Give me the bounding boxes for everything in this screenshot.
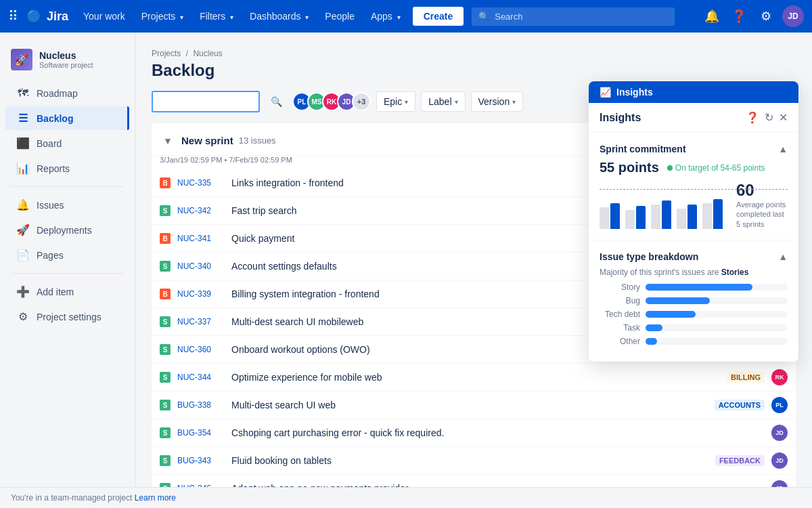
issue-key: NUC-340 [177,261,225,271]
version-filter[interactable]: Version ▾ [471,91,524,112]
insights-tab-icon: 📈 [600,87,611,98]
sprint-points: 55 points [600,160,659,175]
sidebar-item-label: Pages [37,250,64,261]
learn-more-link[interactable]: Learn more [135,493,176,503]
issue-summary: Cshoping cart purchasing error - quick f… [231,427,765,438]
search-bar[interactable]: 🔍 Search [472,7,675,26]
sidebar-divider-2 [11,273,124,274]
breakdown-bar-bg [646,324,788,331]
sidebar-divider [11,186,124,187]
chart-bar-5 [651,205,660,229]
issue-avatar: JD [771,452,788,469]
story-icon: S [160,427,171,438]
projects-nav[interactable]: Projects ▾ [135,7,190,26]
logo-text: Jira [47,9,68,24]
assignee-filter[interactable]: PL MS RK JD +3 [292,92,371,111]
insights-help-icon[interactable]: ❓ [746,111,759,124]
insights-tab-label: Insights [616,87,653,98]
issue-row[interactable]: SBUG-338Multi-dest search UI webACCOUNTS… [152,391,796,419]
insights-title: Insights [600,112,641,124]
breakdown-collapse[interactable]: ▲ [778,251,788,262]
backlog-search-input[interactable] [152,91,260,112]
chart-bar-8 [687,205,697,229]
issues-icon: 🔔 [16,198,30,211]
chart-bar-9 [702,203,712,229]
breakdown-bar-bg [646,284,788,291]
insights-close-icon[interactable]: ✕ [779,111,788,124]
label-filter[interactable]: Label ▾ [421,91,465,112]
issue-breakdown-card: Issue type breakdown ▲ Majority of this … [589,240,798,362]
avatar[interactable]: JD [782,5,804,27]
story-icon: S [160,372,171,383]
sprint-issue-count: 13 issues [239,135,276,146]
breakdown-row: Bug [600,296,788,305]
on-target-indicator: On target of 54-65 points [667,163,765,173]
chart-label: 60 Average pointscompleted last 5 sprint… [736,181,788,229]
story-icon: S [160,316,171,327]
issue-key: NUC-341 [177,234,225,243]
sidebar-item-pages[interactable]: 📄 Pages [5,243,129,267]
sidebar-item-board[interactable]: ⬛ Board [5,131,129,155]
issue-label: FEEDBACK [715,455,765,466]
people-nav[interactable]: People [318,7,361,26]
breadcrumb-nucleus[interactable]: Nucleus [193,49,222,58]
issue-row[interactable]: SBUG-354Cshoping cart purchasing error -… [152,419,796,447]
breadcrumb: Projects / Nucleus [152,49,796,58]
apps-grid-icon[interactable]: ⠿ [8,8,18,24]
breakdown-bar [646,311,696,318]
project-header: 🚀 Nucleus Software project [0,43,135,81]
apps-nav[interactable]: Apps ▾ [364,7,407,26]
notifications-icon[interactable]: 🔔 [701,5,723,27]
breakdown-label: Task [600,323,640,333]
sidebar-item-roadmap[interactable]: 🗺 Roadmap [5,82,129,105]
settings-icon[interactable]: ⚙ [755,5,777,27]
epic-filter[interactable]: Epic ▾ [376,91,415,112]
breakdown-bar [646,284,752,291]
sidebar-item-label: Add item [37,287,74,297]
breakdown-bar-bg [646,338,788,345]
issue-key: NUC-335 [177,178,225,188]
project-icon: 🚀 [11,49,32,70]
sprint-collapse-toggle[interactable]: ▼ [160,133,176,149]
deployments-icon: 🚀 [16,224,30,236]
sprint-commitment-collapse[interactable]: ▲ [778,144,788,154]
issue-avatar: RK [771,369,788,385]
sidebar-item-label: Issues [37,200,64,211]
chart-bar-6 [662,200,671,229]
create-button[interactable]: Create [413,7,464,26]
page-title: Backlog [152,61,796,80]
board-icon: ⬛ [16,137,30,150]
your-work-nav[interactable]: Your work [76,7,132,26]
sidebar-item-deployments[interactable]: 🚀 Deployments [5,218,129,242]
breadcrumb-projects[interactable]: Projects [152,49,181,58]
sprint-name: New sprint [181,135,233,146]
issue-row[interactable]: SNUC-344Optimize experience for mobile w… [152,364,796,391]
logo-area[interactable]: 🔵 Jira [26,9,68,24]
issue-key: NUC-337 [177,317,225,326]
filters-nav[interactable]: Filters ▾ [193,7,240,26]
issue-row[interactable]: SBUG-343Fluid booking on tabletsFEEDBACK… [152,447,796,475]
chart-bars [600,199,723,229]
points-row: 55 points On target of 54-65 points [600,160,788,175]
breakdown-row: Task [600,323,788,333]
issue-avatar: PL [771,397,788,413]
issue-key: NUC-344 [177,373,225,382]
issue-key: BUG-338 [177,400,225,410]
on-target-dot [667,165,673,171]
dashboards-nav[interactable]: Dashboards ▾ [243,7,315,26]
insights-refresh-icon[interactable]: ↻ [765,111,773,124]
sidebar-item-backlog[interactable]: ☰ Backlog [5,106,129,130]
sidebar-item-add-item[interactable]: ➕ Add item [5,280,129,303]
avatar-count[interactable]: +3 [352,92,371,111]
story-icon: S [160,205,171,216]
chart-area: 60 Average pointscompleted last 5 sprint… [600,181,788,229]
add-icon: ➕ [16,285,30,298]
issue-key: NUC-360 [177,345,225,354]
issue-key: NUC-339 [177,289,225,299]
sidebar-item-reports[interactable]: 📊 Reports [5,156,129,180]
bug-icon: B [160,289,171,299]
help-icon[interactable]: ❓ [728,5,750,27]
sidebar-item-issues[interactable]: 🔔 Issues [5,193,129,217]
breakdown-bar-bg [646,297,788,304]
sidebar-item-project-settings[interactable]: ⚙ Project settings [5,305,129,329]
